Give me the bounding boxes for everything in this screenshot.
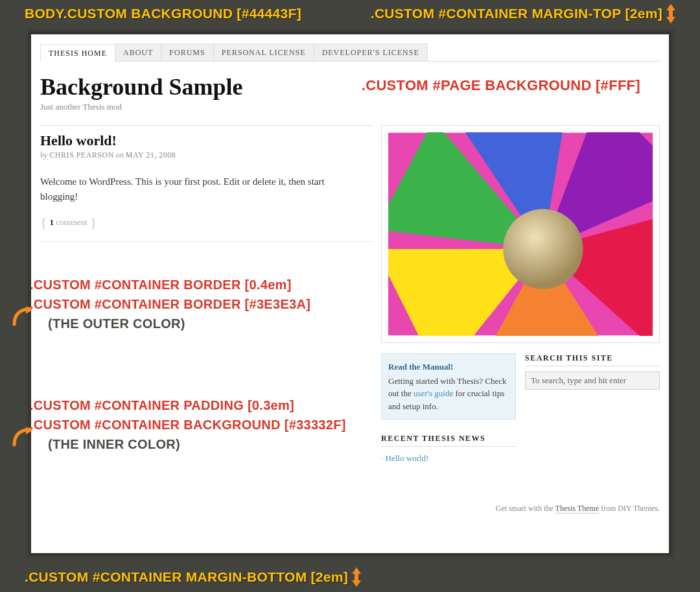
recent-link[interactable]: Hello world!: [386, 453, 429, 463]
txt: INNER: [83, 437, 124, 451]
main-column: Hello world! by CHRIS PEARSON on MAY 21,…: [40, 125, 372, 499]
anno-margin-top: .CUSTOM #CONTAINER MARGIN-TOP [2em]: [371, 4, 675, 23]
txt: COLOR): [129, 316, 185, 331]
anno-text: .CUSTOM #CONTAINER BORDER: [30, 278, 245, 292]
pinwheel-icon: [388, 132, 653, 336]
manual-widget: Read the Manual! Getting started with Th…: [381, 353, 516, 420]
recent-title: RECENT THESIS NEWS: [381, 434, 516, 447]
tagline: Just another Thesis mod: [40, 102, 242, 112]
on-label: on: [114, 150, 126, 160]
byline: by CHRIS PEARSON on MAY 21, 2008: [40, 150, 372, 160]
search-title: SEARCH THIS SITE: [525, 353, 660, 366]
nav-tab-developer[interactable]: DEVELOPER'S LICENSE: [314, 43, 428, 61]
anno-text: .CUSTOM #CONTAINER PADDING: [30, 398, 248, 412]
txt: OUTER: [83, 316, 130, 331]
anno-text: .CUSTOM #CONTAINER BORDER: [30, 297, 245, 311]
anno-value: [2em]: [310, 569, 348, 585]
anno-value: [0.3em]: [248, 398, 294, 412]
svg-point-1: [503, 209, 583, 289]
anno-value: [0.4em]: [245, 278, 292, 292]
anno-text: .CUSTOM #PAGE BACKGROUND: [362, 77, 596, 93]
search-input[interactable]: [525, 372, 660, 390]
anno-value: [2em]: [625, 6, 662, 21]
anno-container-border: .CUSTOM #CONTAINER BORDER [0.4em] .CUSTO…: [30, 275, 310, 333]
post-date: MAY 21, 2008: [126, 150, 176, 160]
anno-value: [#FFF]: [596, 77, 640, 93]
anno-text: .CUSTOM #CONTAINER BACKGROUND: [30, 418, 285, 432]
anno-value: [#3E3E3A]: [245, 297, 311, 311]
nav-tabs: THESIS HOME ABOUT FORUMS PERSONAL LICENS…: [40, 43, 660, 62]
txt: COLOR): [124, 437, 180, 451]
nav-tab-personal[interactable]: PERSONAL LICENSE: [213, 43, 314, 61]
footer-link[interactable]: Thesis Theme: [555, 504, 599, 514]
post-title[interactable]: Hello world!: [40, 132, 372, 149]
post-body: Welcome to WordPress. This is your first…: [40, 174, 351, 204]
txt: (THE: [48, 316, 83, 331]
post-author[interactable]: CHRIS PEARSON: [49, 150, 114, 160]
anno-inner-note: (THE INNER COLOR): [48, 434, 346, 454]
anno-value: [#33332F]: [285, 418, 346, 432]
divider: [40, 241, 372, 242]
nav-tab-home[interactable]: THESIS HOME: [40, 44, 115, 62]
anno-text: .CUSTOM #CONTAINER MARGIN-TOP: [371, 6, 622, 21]
comments-link[interactable]: { 1 comment }: [40, 215, 372, 230]
anno-text: BODY.CUSTOM BACKGROUND: [25, 6, 237, 21]
page: THESIS HOME ABOUT FORUMS PERSONAL LICENS…: [31, 34, 669, 553]
updown-arrow-icon: [352, 567, 361, 587]
nav-tab-about[interactable]: ABOUT: [115, 43, 161, 61]
anno-value: [#44443F]: [237, 6, 301, 21]
header: Background Sample Just another Thesis mo…: [40, 62, 660, 119]
by-label: by: [40, 150, 49, 160]
manual-link[interactable]: user's guide: [414, 388, 453, 398]
sidebar: Read the Manual! Getting started with Th…: [381, 125, 660, 499]
txt: Get smart with the: [496, 504, 555, 513]
curve-arrow-icon: [10, 427, 32, 449]
brace-left-icon: {: [40, 215, 47, 230]
anno-text: .CUSTOM #CONTAINER MARGIN-BOTTOM: [25, 569, 307, 585]
footer: Get smart with the Thesis Theme from DIY…: [40, 499, 660, 514]
list-item: Hello world!: [381, 452, 516, 465]
recent-widget: RECENT THESIS NEWS Hello world!: [381, 434, 516, 465]
site-title[interactable]: Background Sample: [40, 73, 242, 101]
txt: (THE: [48, 437, 83, 451]
manual-text: Getting started with Thesis? Check out t…: [388, 376, 506, 411]
manual-title[interactable]: Read the Manual!: [388, 361, 509, 373]
curve-arrow-icon: [10, 306, 32, 328]
anno-margin-bottom: .CUSTOM #CONTAINER MARGIN-BOTTOM [2em]: [25, 567, 361, 587]
anno-outer-note: (THE OUTER COLOR): [48, 314, 310, 333]
brace-right-icon: }: [90, 215, 97, 230]
updown-arrow-icon: [666, 4, 675, 23]
sidebar-image: [381, 125, 660, 343]
anno-container-padding: .CUSTOM #CONTAINER PADDING [0.3em] .CUST…: [30, 396, 346, 454]
anno-body-bg: BODY.CUSTOM BACKGROUND [#44443F]: [25, 6, 301, 21]
nav-tab-forums[interactable]: FORUMS: [161, 43, 213, 61]
search-widget: SEARCH THIS SITE: [525, 353, 660, 390]
container: THESIS HOME ABOUT FORUMS PERSONAL LICENS…: [25, 29, 675, 559]
comment-label: comment: [54, 217, 88, 227]
txt: from DIY Themes.: [599, 504, 660, 513]
anno-page-bg: .CUSTOM #PAGE BACKGROUND [#FFF]: [362, 77, 640, 94]
